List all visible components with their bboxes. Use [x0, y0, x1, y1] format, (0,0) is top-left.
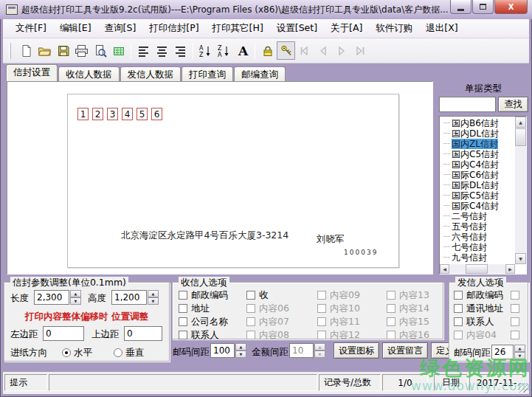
tab-print-query[interactable]: 打印查询: [182, 66, 233, 81]
maximize-button[interactable]: [472, 0, 494, 14]
recipient-checkbox[interactable]: 收: [246, 289, 269, 302]
checkbox-icon: [317, 291, 326, 300]
save-icon[interactable]: [54, 41, 72, 60]
list-item[interactable]: 国际C6信封: [441, 170, 514, 180]
sender-checkbox[interactable]: 邮政编码: [454, 289, 503, 302]
stepper-down-icon[interactable]: ▼: [235, 351, 246, 358]
key-icon[interactable]: [277, 41, 295, 60]
find-button[interactable]: 查找: [498, 97, 528, 112]
list-item[interactable]: 国际C4信封: [441, 201, 514, 211]
sender-checkbox[interactable]: 联系人: [454, 316, 494, 328]
minimize-button[interactable]: [450, 0, 471, 14]
font-icon[interactable]: A: [233, 41, 252, 60]
list-item[interactable]: 六号信封: [441, 232, 514, 242]
sender-name-text: 刘晓军: [317, 233, 345, 246]
stepper-down-icon[interactable]: ▼: [148, 297, 159, 305]
length-input[interactable]: [34, 290, 69, 305]
stepper-down-icon[interactable]: ▼: [70, 297, 81, 305]
list-item[interactable]: 国际DL信封: [441, 180, 514, 190]
new-document-icon[interactable]: [17, 41, 35, 60]
menu-edit[interactable]: 编辑[E]: [53, 20, 98, 37]
menu-settings[interactable]: 设置[Set]: [270, 20, 324, 37]
recipient-checkbox[interactable]: 地址: [179, 303, 210, 315]
list-item[interactable]: 国内C5信封: [441, 149, 514, 159]
app-window: 超级信封打印工具专业版9.2c(试用版)---E:\Program Files …: [0, 0, 532, 397]
tab-postcode-query[interactable]: 邮编查询: [234, 66, 286, 81]
recipient-checkbox[interactable]: 联系人: [179, 329, 219, 342]
menu-query[interactable]: 查询[S]: [98, 20, 143, 37]
toolbar-grip[interactable]: [9, 43, 11, 59]
recipient-postcode-spacing-stepper[interactable]: ▲▼: [235, 343, 246, 358]
stepper-up-icon[interactable]: ▲: [514, 345, 525, 352]
title-bar[interactable]: 超级信封打印工具专业版9.2c(试用版)---E:\Program Files …: [0, 0, 532, 19]
scroll-right-icon[interactable]: ▶: [505, 264, 515, 274]
recipient-options-group: 收信人选项 邮政编码 地址 公司名称 联系人 收 内容06 内容07 内容08 …: [172, 282, 443, 339]
close-button[interactable]: X: [494, 0, 528, 14]
align-center-icon[interactable]: [153, 41, 171, 60]
list-item[interactable]: 国内DL信封: [441, 128, 514, 139]
checkbox-icon: [454, 317, 463, 326]
set-message-button[interactable]: 设置留言: [382, 342, 428, 359]
scroll-up-icon[interactable]: ▲: [515, 117, 526, 128]
sender-postcode-spacing-input[interactable]: [491, 345, 514, 359]
date-value: 2017-11-: [469, 374, 524, 391]
sender-checkbox[interactable]: 通讯地址: [454, 303, 503, 315]
height-stepper[interactable]: ▲▼: [148, 290, 159, 305]
scrollbar-thumb[interactable]: [466, 264, 488, 274]
list-item[interactable]: 国际C5信封: [441, 190, 514, 201]
resize-grip[interactable]: [518, 383, 528, 393]
stepper-up-icon[interactable]: ▲: [148, 290, 159, 297]
horizontal-scrollbar[interactable]: ◀ ▶: [440, 264, 515, 274]
list-item[interactable]: 五号信封: [441, 221, 514, 232]
list-item[interactable]: 九号信封: [441, 252, 514, 263]
list-item[interactable]: 二号信封: [441, 211, 514, 221]
tab-recipient-data[interactable]: 收信人数据: [58, 66, 120, 81]
top-margin-input[interactable]: [124, 326, 162, 341]
feed-horizontal-radio[interactable]: 水平: [62, 347, 92, 359]
sort-ascending-icon[interactable]: AZ: [196, 41, 215, 60]
menu-file[interactable]: 文件[F]: [9, 20, 53, 37]
open-folder-icon[interactable]: [35, 41, 54, 60]
lock-icon[interactable]: [258, 41, 277, 60]
menu-print-other[interactable]: 打印其它[H]: [206, 20, 270, 37]
align-right-icon[interactable]: [171, 41, 190, 60]
scroll-left-icon[interactable]: ◀: [440, 264, 449, 274]
sender-postcode-spacing-stepper[interactable]: ▲▼: [514, 345, 525, 359]
scrollbar-thumb[interactable]: [515, 128, 526, 146]
menu-about[interactable]: 关于[A]: [324, 20, 369, 37]
checkbox-icon: [246, 317, 255, 326]
list-item[interactable]: 国内B6信封: [441, 118, 514, 128]
print-icon[interactable]: [72, 41, 91, 60]
list-item[interactable]: 国内C4信封: [441, 159, 514, 170]
postal-code-boxes: 1 2 3 4 5 6: [77, 108, 162, 120]
menu-exit[interactable]: 退出[X]: [419, 20, 464, 37]
sort-descending-icon[interactable]: ZA: [215, 41, 233, 60]
set-icon-button[interactable]: 设置图标: [334, 342, 379, 359]
stepper-down-icon[interactable]: ▼: [514, 352, 525, 359]
tab-sender-data[interactable]: 发信人数据: [120, 66, 182, 81]
recipient-checkbox[interactable]: 邮政编码: [179, 289, 228, 302]
tab-envelope-settings[interactable]: 信封设置: [6, 64, 58, 81]
checkbox-icon: [511, 317, 519, 326]
print-preview-icon[interactable]: [91, 41, 109, 60]
menu-print-envelope[interactable]: 打印信封[P]: [142, 20, 205, 37]
list-item[interactable]: 七号信封: [441, 242, 514, 252]
length-stepper[interactable]: ▲▼: [70, 290, 81, 305]
grid-table-icon[interactable]: [109, 41, 128, 60]
menu-purchase[interactable]: 软件订购: [369, 20, 419, 37]
left-margin-input[interactable]: [43, 326, 84, 341]
recipient-checkbox[interactable]: 公司名称: [179, 316, 228, 328]
vertical-scrollbar[interactable]: ▲ ▼: [515, 117, 526, 264]
doc-type-search-input[interactable]: [439, 97, 496, 112]
align-left-icon[interactable]: [134, 41, 153, 60]
offset-note: 打印内容整体偏移时 位置调整: [4, 311, 169, 323]
window-title: 超级信封打印工具专业版9.2c(试用版)---E:\Program Files …: [21, 4, 449, 16]
list-item-selected[interactable]: 国内ZL信封: [441, 139, 514, 149]
scroll-down-icon[interactable]: ▼: [515, 253, 526, 264]
toolbar-separator: [131, 43, 131, 59]
stepper-up-icon[interactable]: ▲: [235, 343, 246, 351]
feed-vertical-radio[interactable]: 垂直: [114, 347, 144, 359]
height-input[interactable]: [111, 290, 147, 305]
recipient-postcode-spacing-input[interactable]: [210, 343, 235, 358]
stepper-up-icon[interactable]: ▲: [70, 290, 81, 297]
